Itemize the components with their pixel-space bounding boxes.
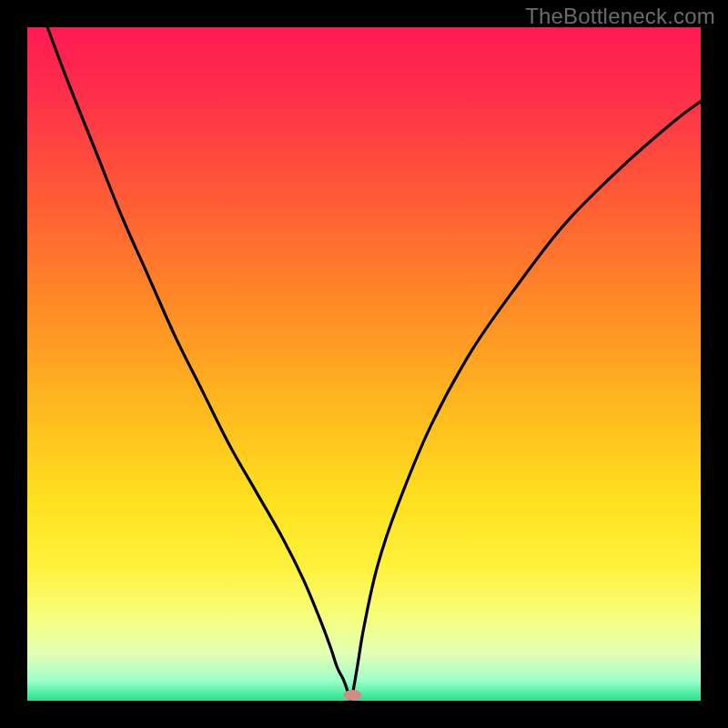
chart-stage: { "watermark": "TheBottleneck.com", "cha… [0,0,728,728]
watermark-text: TheBottleneck.com [525,4,715,29]
bottleneck-chart [0,0,728,728]
plot-background [27,27,701,701]
curve-min-marker [343,690,361,701]
